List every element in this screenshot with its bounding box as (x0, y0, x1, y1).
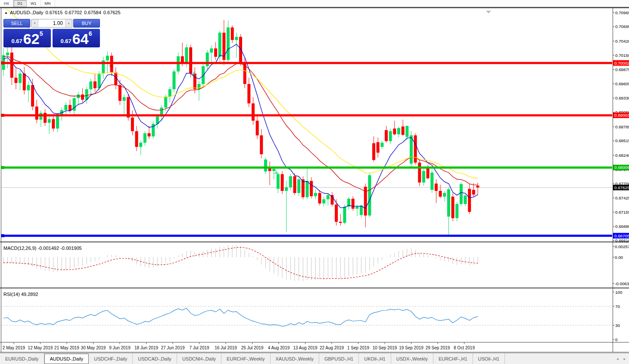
svg-text:0.70420: 0.70420 (615, 39, 629, 44)
svg-text:0.66705: 0.66705 (614, 233, 629, 238)
svg-text:RSI(14) 49.2892: RSI(14) 49.2892 (3, 292, 38, 297)
svg-text:0.70965: 0.70965 (615, 10, 629, 15)
svg-text:9 Jun 2019: 9 Jun 2019 (109, 345, 131, 350)
svg-text:0.69875: 0.69875 (615, 67, 629, 72)
tabs-scroll-left-icon[interactable]: ◂ (617, 357, 619, 361)
svg-text:22 Aug 2019: 22 Aug 2019 (320, 345, 344, 350)
svg-text:0.68515: 0.68515 (615, 138, 629, 143)
tab-eurchf-h1[interactable]: EURCHF-,H1 (433, 353, 473, 364)
volume-control: ▼ 1.00 ▲ (31, 19, 72, 28)
tab-xauusd-weekly[interactable]: XAUUSD-,Weekly (271, 353, 319, 364)
svg-text:0.70695: 0.70695 (615, 24, 629, 29)
svg-text:19 Sep 2019: 19 Sep 2019 (399, 345, 423, 350)
svg-text:0.00: 0.00 (615, 255, 623, 260)
one-click-trading-panel: SELL ▼ 1.00 ▲ BUY 0.67 62 5 0.67 64 6 (3, 19, 100, 47)
svg-text:-0.006326: -0.006326 (615, 281, 629, 286)
macd-label: MACD(12,26,9) -0.001492 -0.001905 (3, 246, 82, 251)
ohlc-open: 0.67615 (46, 10, 63, 15)
buy-price-display[interactable]: 0.67 64 6 (53, 29, 100, 47)
volume-decrease-icon[interactable]: ▼ (31, 19, 38, 27)
svg-text:27 Jun 2019: 27 Jun 2019 (161, 345, 184, 350)
svg-text:0.67625: 0.67625 (614, 185, 629, 190)
buy-price-pip: 6 (89, 30, 92, 37)
svg-text:18 Jun 2019: 18 Jun 2019 (134, 345, 158, 350)
sell-price-display[interactable]: 0.67 62 5 (3, 29, 51, 47)
svg-text:0.69003: 0.69003 (614, 113, 629, 118)
svg-text:30: 30 (615, 323, 620, 328)
tab-gbpusd-h1[interactable]: GBPUSD-,H1 (319, 353, 359, 364)
rsi-line (3, 308, 478, 327)
symbol-marker-icon: ▲ (4, 10, 8, 15)
svg-text:0.70150: 0.70150 (615, 53, 629, 58)
svg-text:12 May 2019: 12 May 2019 (28, 345, 53, 350)
svg-text:2 May 2019: 2 May 2019 (3, 345, 25, 350)
tabs-scroll-right-icon[interactable]: ▸ (623, 357, 626, 361)
svg-text:13 Aug 2019: 13 Aug 2019 (293, 345, 318, 350)
chart-symbol-label: AUDUSD-,Daily (10, 10, 44, 15)
ohlc-close: 0.67625 (103, 10, 121, 15)
svg-text:25 Jul 2019: 25 Jul 2019 (241, 345, 264, 350)
timeframe-button-h4[interactable]: H4 (0, 0, 13, 7)
svg-text:0: 0 (615, 337, 618, 342)
sell-price-pip: 5 (40, 30, 43, 37)
sell-price-big: 62 (23, 30, 40, 47)
date-axis: 2 May 201912 May 201921 May 201930 May 2… (3, 342, 475, 350)
buy-price-big: 64 (72, 30, 89, 47)
svg-text:0.68240: 0.68240 (615, 153, 629, 158)
tab-eurusd-daily[interactable]: EURUSD-,Daily (0, 353, 44, 364)
svg-text:29 Sep 2019: 29 Sep 2019 (426, 345, 450, 350)
tab-usdcad-daily[interactable]: USDCAD-,Daily (133, 353, 177, 364)
svg-text:16 Jul 2019: 16 Jul 2019 (215, 345, 237, 350)
timeframe-button-w1[interactable]: W1 (27, 0, 41, 7)
svg-text:0.68785: 0.68785 (615, 124, 629, 129)
svg-text:21 May 2019: 21 May 2019 (54, 345, 79, 350)
timeframe-button-mn[interactable]: MN (41, 0, 55, 7)
tab-scroll-nav: ◂ ▸ (617, 353, 626, 364)
svg-text:10 Sep 2019: 10 Sep 2019 (373, 345, 397, 350)
rsi-axis: 10070300 (613, 290, 623, 342)
macd-axis: 0.0025740.00-0.006326 (613, 244, 629, 286)
svg-text:0.002574: 0.002574 (615, 244, 629, 249)
sell-button[interactable]: SELL (3, 19, 30, 28)
volume-input[interactable]: 1.00 (38, 19, 65, 27)
svg-text:7 Jul 2019: 7 Jul 2019 (189, 345, 209, 350)
svg-text:30 May 2019: 30 May 2019 (81, 345, 106, 350)
chart-shift-icon[interactable] (486, 11, 491, 13)
svg-text:0.68006: 0.68006 (614, 165, 629, 170)
chart-frame (0, 8, 629, 352)
tab-eurchf-weekly[interactable]: EURCHF-,Weekly (221, 353, 270, 364)
timeframe-button-d1[interactable]: D1 (13, 0, 27, 7)
tab-usoil-h1[interactable]: USOil-,H1 (473, 353, 505, 364)
timeframe-toolbar: H4D1W1MN (0, 0, 629, 8)
ma-medium-line (3, 56, 478, 192)
tab-audusd-daily[interactable]: AUDUSD-,Daily (44, 354, 89, 364)
tab-usdchf-daily[interactable]: USDCHF-,Daily (89, 353, 133, 364)
chart-title: ▲ AUDUSD-,Daily 0.67615 0.67702 0.67584 … (4, 10, 121, 15)
ohlc-high: 0.67702 (65, 10, 82, 15)
svg-text:MACD(12,26,9) -0.001492 -0.001: MACD(12,26,9) -0.001492 -0.001905 (3, 246, 82, 251)
svg-text:70: 70 (615, 304, 620, 309)
tab-ukoil-h1[interactable]: UKOil-,H1 (359, 353, 391, 364)
svg-text:0.69605: 0.69605 (615, 81, 629, 86)
chart-canvas: 0.709650.706950.704200.701500.698750.696… (0, 0, 629, 364)
buy-price-prefix: 0.67 (61, 38, 72, 44)
svg-text:0.69330: 0.69330 (615, 96, 629, 100)
svg-text:0.70002: 0.70002 (614, 61, 629, 65)
svg-text:100: 100 (615, 290, 623, 295)
svg-text:0.67425: 0.67425 (615, 196, 629, 200)
svg-text:0.66610: 0.66610 (615, 238, 629, 243)
buy-button[interactable]: BUY (73, 19, 100, 28)
svg-text:0.67155: 0.67155 (615, 210, 629, 215)
ohlc-low: 0.67584 (84, 10, 101, 15)
tab-usdcnh-daily[interactable]: USDCNH-,Daily (177, 353, 221, 364)
sell-price-prefix: 0.67 (12, 38, 22, 44)
price-axis: 0.709650.706950.704200.701500.698750.696… (613, 10, 629, 243)
svg-text:0.66880: 0.66880 (615, 224, 629, 229)
svg-text:8 Oct 2019: 8 Oct 2019 (454, 345, 475, 350)
rsi-label: RSI(14) 49.2892 (3, 292, 38, 297)
tab-usdx-weekly[interactable]: USDX-,Weekly (391, 353, 433, 364)
chart-tab-bar: EURUSD-,DailyAUDUSD-,DailyUSDCHF-,DailyU… (0, 353, 629, 364)
candlestick-series (2, 20, 480, 236)
volume-increase-icon[interactable]: ▲ (65, 19, 72, 27)
svg-text:1 Sep 2019: 1 Sep 2019 (347, 345, 370, 350)
